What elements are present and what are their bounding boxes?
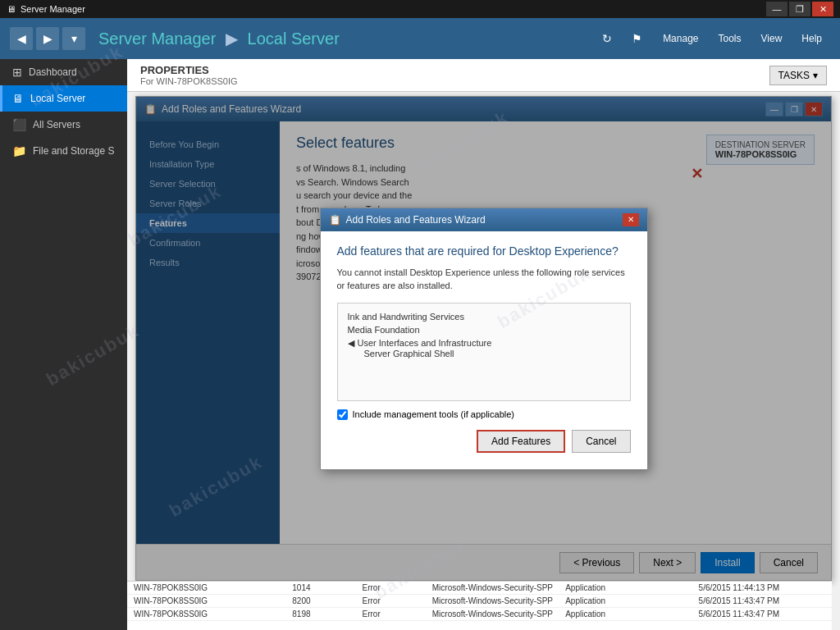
properties-bar: PROPERTIES For WIN-78POK8SS0IG TASKS ▾ [127,59,840,92]
dropdown-button[interactable]: ▾ [62,27,85,50]
toolbar: ◀ ▶ ▾ Server Manager ▶ Local Server ↻ ⚑ … [0,18,840,59]
log-date: 5/6/2015 11:44:13 PM [699,583,825,592]
sidebar-item-local-server[interactable]: 🖥 Local Server [0,85,127,112]
properties-subtitle: For WIN-78POK8SS0IG [140,76,238,86]
management-tools-row: Include management tools (if applicable) [337,409,631,420]
view-menu[interactable]: View [753,30,791,48]
modal-close-button[interactable]: ✕ [623,213,639,226]
modal-title-text: 📋 Add Roles and Features Wizard [329,214,486,226]
log-date: 5/6/2015 11:43:47 PM [699,596,825,605]
log-date: 5/6/2015 11:43:47 PM [699,609,825,619]
title-bar: 🖥 Server Manager — ❐ ✕ [0,0,840,18]
log-id: 8198 [292,609,355,619]
tools-menu[interactable]: Tools [710,30,750,48]
local-server-icon: 🖥 [12,92,24,105]
properties-title: PROPERTIES [140,64,238,76]
log-source: Microsoft-Windows-Security-SPP [432,609,559,619]
modal-title-label: Add Roles and Features Wizard [346,214,486,226]
app-icon: 🖥 [7,4,16,14]
modal-heading: Add features that are required for Deskt… [337,244,631,258]
list-item: Server Graphical Shell [348,349,620,358]
refresh-button[interactable]: ↻ [596,27,619,50]
log-id: 1014 [292,583,355,592]
tasks-dropdown-icon: ▾ [813,70,818,81]
log-row: WIN-78POK8SS0IG 8198 Error Microsoft-Win… [127,608,832,621]
sidebar-item-label: Local Server [30,93,85,104]
toolbar-actions: Manage Tools View Help [655,30,830,48]
modal-dialog: 📋 Add Roles and Features Wizard ✕ Add fe… [320,208,648,470]
add-features-button[interactable]: Add Features [477,430,565,453]
log-severity: Error [363,583,426,592]
title-bar-left: 🖥 Server Manager [7,4,85,14]
log-source: Microsoft-Windows-Security-SPP [432,596,559,605]
group-header: ◀ User Interfaces and Infrastructure [348,338,620,349]
main-window: ◀ ▶ ▾ Server Manager ▶ Local Server ↻ ⚑ … [0,18,840,630]
sidebar-item-all-servers[interactable]: ⬛ All Servers [0,112,127,138]
modal-overlay: 📋 Add Roles and Features Wizard ✕ Add fe… [136,97,831,580]
log-category: Application [565,596,692,605]
sidebar-item-file-storage[interactable]: 📁 File and Storage S [0,138,127,164]
sidebar-item-dashboard[interactable]: ⊞ Dashboard [0,59,127,85]
back-button[interactable]: ◀ [10,27,33,50]
sidebar: ⊞ Dashboard 🖥 Local Server ⬛ All Servers… [0,59,127,630]
modal-title-icon: 📋 [329,214,341,226]
event-log: WIN-78POK8SS0IG 1014 Error Microsoft-Win… [127,581,832,630]
sidebar-item-label: All Servers [33,119,80,130]
properties-info: PROPERTIES For WIN-78POK8SS0IG [140,64,238,86]
forward-button[interactable]: ▶ [36,27,59,50]
log-severity: Error [363,596,426,605]
log-source: Microsoft-Windows-Security-SPP [432,583,559,592]
modal-body: Add features that are required for Deskt… [321,231,647,469]
list-item: Media Foundation [345,323,623,336]
log-row: WIN-78POK8SS0IG 8200 Error Microsoft-Win… [127,595,832,608]
file-storage-icon: 📁 [12,144,26,158]
breadcrumb-separator: ▶ [226,30,238,48]
group-expand-icon: ◀ [348,338,354,349]
flag-button[interactable]: ⚑ [625,27,648,50]
list-item: Ink and Handwriting Services [345,310,623,323]
content-area: ⊞ Dashboard 🖥 Local Server ⬛ All Servers… [0,59,840,630]
tasks-button[interactable]: TASKS ▾ [769,66,827,85]
toolbar-nav: ◀ ▶ ▾ [10,27,85,50]
log-server: WIN-78POK8SS0IG [134,596,285,605]
sidebar-item-label: Dashboard [29,66,77,78]
close-button[interactable]: ✕ [812,2,833,16]
app-title: Server Manager [21,4,85,14]
log-id: 8200 [292,596,355,605]
all-servers-icon: ⬛ [12,118,26,131]
modal-description: You cannot install Desktop Experience un… [337,266,631,293]
manage-menu[interactable]: Manage [655,30,706,48]
log-category: Application [565,583,692,592]
modal-footer: Add Features Cancel [337,430,631,456]
modal-titlebar: 📋 Add Roles and Features Wizard ✕ [321,208,647,231]
wizard-window: 📋 Add Roles and Features Wizard — ❐ ✕ Be… [135,96,832,581]
tasks-label: TASKS [778,70,810,81]
title-bar-controls: — ❐ ✕ [766,2,833,16]
log-severity: Error [363,609,426,619]
dashboard-icon: ⊞ [12,66,22,79]
help-menu[interactable]: Help [793,30,830,48]
minimize-button[interactable]: — [766,2,788,16]
features-list: Ink and Handwriting Services Media Found… [337,303,631,401]
log-server: WIN-78POK8SS0IG [134,609,285,619]
maximize-button[interactable]: ❐ [789,2,810,16]
list-item-group: ◀ User Interfaces and Infrastructure Ser… [345,336,623,360]
sm-panel: PROPERTIES For WIN-78POK8SS0IG TASKS ▾ 📋… [127,59,840,630]
toolbar-title: Server Manager ▶ Local Server [98,29,340,48]
management-tools-label: Include management tools (if applicable) [353,409,515,419]
group-label: User Interfaces and Infrastructure [358,338,492,348]
log-server: WIN-78POK8SS0IG [134,583,285,592]
sidebar-item-label: File and Storage S [33,145,114,157]
modal-cancel-button[interactable]: Cancel [572,430,630,453]
management-tools-checkbox[interactable] [337,409,348,420]
log-category: Application [565,609,692,619]
log-row: WIN-78POK8SS0IG 1014 Error Microsoft-Win… [127,582,832,595]
